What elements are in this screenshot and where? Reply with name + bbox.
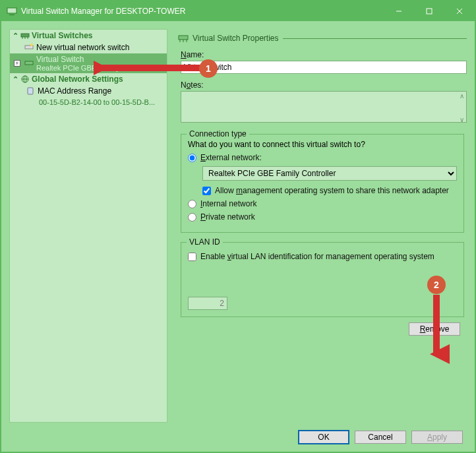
svg-rect-3 <box>427 9 432 14</box>
notes-textarea[interactable] <box>181 91 467 123</box>
sidebar-item-mac-range[interactable]: MAC Address Range 00-15-5D-B2-14-00 to 0… <box>10 85 167 107</box>
check-enable-vlan-input[interactable] <box>188 253 196 261</box>
chevron-up-icon: ⌃ <box>13 75 18 84</box>
sidebar: ⌃ Virtual Switches New virtual network s… <box>9 29 167 423</box>
new-switch-icon <box>24 43 34 52</box>
sidebar-item-virtual-switch[interactable]: + Virtual Switch Realtek PCIe GBE Family… <box>10 53 167 73</box>
divider <box>283 38 467 39</box>
chevron-up-icon: ⌃ <box>13 32 18 40</box>
remove-button[interactable]: Remove <box>409 322 460 336</box>
tree-header-virtual-switches[interactable]: ⌃ Virtual Switches <box>10 30 167 42</box>
svg-rect-16 <box>28 88 33 94</box>
sidebar-item-sublabel: Realtek PCIe GBE Family Controller <box>36 64 153 72</box>
cancel-button[interactable]: Cancel <box>355 431 406 444</box>
svg-rect-6 <box>21 34 29 37</box>
notes-label: Notes: <box>181 80 467 90</box>
svg-rect-12 <box>25 61 33 65</box>
button-bar: OK Cancel Apply <box>9 423 467 452</box>
radio-private-input[interactable] <box>188 213 196 222</box>
name-input[interactable] <box>181 61 467 74</box>
globe-icon <box>20 75 30 84</box>
titlebar: Virtual Switch Manager for DESKTOP-TOWER <box>1 1 475 21</box>
window-title: Virtual Switch Manager for DESKTOP-TOWER <box>21 7 384 16</box>
mac-icon <box>26 86 35 96</box>
sidebar-item-sublabel: 00-15-5D-B2-14-00 to 00-15-5D-B... <box>26 98 155 106</box>
sidebar-item-new-switch[interactable]: New virtual network switch <box>10 42 167 53</box>
group-legend: VLAN ID <box>187 237 223 247</box>
main-panel: Virtual Switch Properties Name: Notes: ∧… <box>174 29 467 423</box>
sidebar-item-label: New virtual network switch <box>36 43 129 52</box>
group-legend: Connection type <box>187 129 249 138</box>
connection-question: What do you want to connect this virtual… <box>188 140 457 149</box>
radio-external[interactable]: External network: <box>188 153 457 162</box>
adapter-select[interactable]: Realtek PCIe GBE Family Controller <box>202 166 457 181</box>
svg-rect-17 <box>179 36 188 40</box>
expand-icon[interactable]: + <box>14 60 20 67</box>
svg-point-11 <box>30 44 33 46</box>
vlan-id-input <box>188 297 227 310</box>
svg-rect-1 <box>9 15 15 15</box>
check-enable-vlan[interactable]: Enable virtual LAN identification for ma… <box>188 252 457 261</box>
check-allow-mgmt-input[interactable] <box>202 187 211 195</box>
radio-internal-input[interactable] <box>188 200 196 208</box>
minimize-button[interactable] <box>384 1 414 21</box>
ok-button[interactable]: OK <box>298 430 349 444</box>
tree-header-global-settings[interactable]: ⌃ Global Network Settings <box>10 73 167 85</box>
tree-header-label: Virtual Switches <box>32 31 92 40</box>
connection-type-group: Connection type What do you want to conn… <box>181 134 464 233</box>
name-label: Name: <box>181 50 467 59</box>
radio-private[interactable]: Private network <box>188 212 457 222</box>
properties-icon <box>178 33 189 44</box>
radio-internal[interactable]: Internal network <box>188 199 457 208</box>
switch-icon <box>24 59 34 68</box>
check-allow-mgmt[interactable]: Allow management operating system to sha… <box>202 186 457 195</box>
app-icon <box>7 6 17 16</box>
apply-button: Apply <box>411 431 463 444</box>
radio-external-input[interactable] <box>188 154 196 162</box>
maximize-button[interactable] <box>414 1 444 21</box>
section-title: Virtual Switch Properties <box>193 34 279 43</box>
sidebar-item-label: MAC Address Range <box>38 86 111 96</box>
vlan-group: VLAN ID Enable virtual LAN identificatio… <box>181 242 464 317</box>
switches-icon <box>20 31 30 40</box>
tree-header-label: Global Network Settings <box>32 75 123 84</box>
close-button[interactable] <box>444 1 475 21</box>
sidebar-item-label: Virtual Switch <box>36 55 153 64</box>
svg-rect-0 <box>7 8 16 13</box>
